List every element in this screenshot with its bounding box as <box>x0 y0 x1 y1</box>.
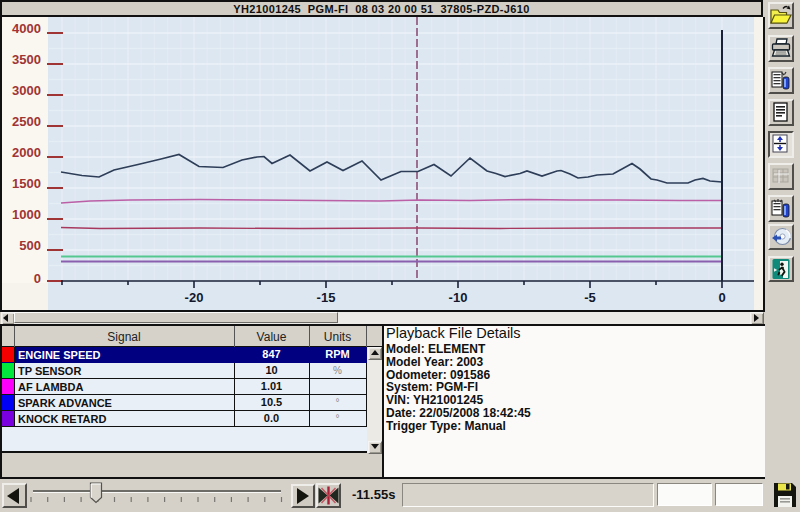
svg-text:-10: -10 <box>449 290 468 305</box>
svg-text:-5: -5 <box>584 290 596 305</box>
svg-text:4000: 4000 <box>12 21 41 36</box>
svg-text:2000: 2000 <box>12 145 41 160</box>
svg-text:1500: 1500 <box>12 176 41 191</box>
svg-text:0: 0 <box>718 290 725 305</box>
svg-text:0: 0 <box>34 271 41 286</box>
svg-text:-20: -20 <box>185 290 204 305</box>
svg-text:2500: 2500 <box>12 114 41 129</box>
svg-text:500: 500 <box>19 238 41 253</box>
svg-text:-15: -15 <box>317 290 336 305</box>
svg-text:3500: 3500 <box>12 52 41 67</box>
svg-text:3000: 3000 <box>12 83 41 98</box>
svg-text:1000: 1000 <box>12 207 41 222</box>
